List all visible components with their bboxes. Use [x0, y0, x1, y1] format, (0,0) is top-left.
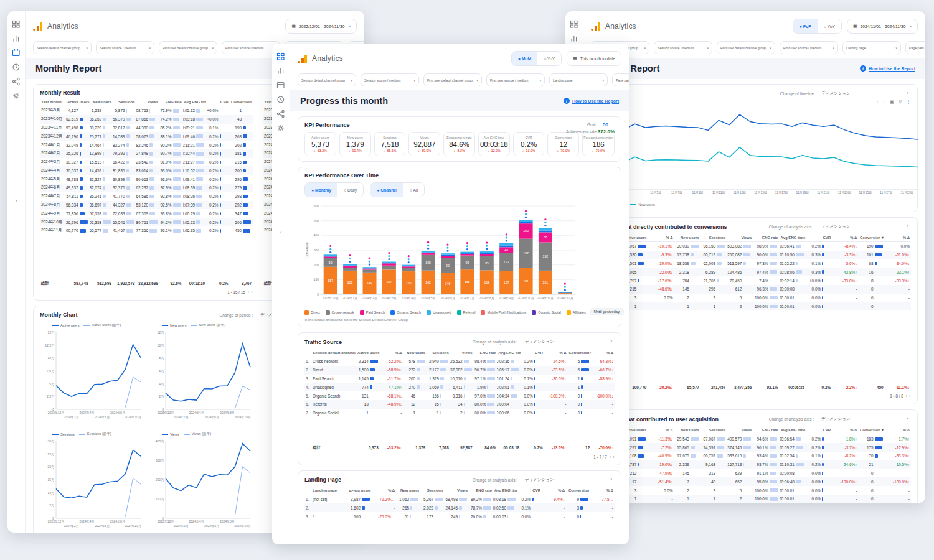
- table-row[interactable]: Affiliates1-112100.0%00:00:010.0%-0-: [598, 495, 911, 503]
- table-row[interactable]: Organic Search3,787-19.0%↓2,3399,168167,…: [598, 460, 911, 469]
- dashboard-icon[interactable]: [570, 20, 578, 29]
- bar-chart-icon[interactable]: [570, 34, 578, 43]
- toggle-option[interactable]: ○ YoY: [537, 52, 561, 65]
- table-row[interactable]: Organic Search3,065-22.0%↓2,3186,289124,…: [598, 268, 911, 276]
- table-row[interactable]: 2024年2月25,22612,89979,3921,427,84890.7%0…: [40, 149, 253, 158]
- table-row[interactable]: 2024年4月30,63714,45281,8351,583,61493.0%0…: [40, 166, 253, 175]
- table-row[interactable]: 3.Paid Search1,145-61.7%↓2001,32910,5109…: [304, 375, 615, 383]
- filter-chip[interactable]: Session source / medium▾: [96, 41, 154, 54]
- clock-icon[interactable]: [276, 95, 285, 104]
- table-row[interactable]: Paid Search29,108-40.9%↓17,67566,752533,…: [598, 452, 911, 460]
- filter-chip[interactable]: First user source / medium▾: [486, 73, 545, 86]
- kebab-menu-icon[interactable]: ⋮: [907, 99, 912, 105]
- table-row[interactable]: Direct24,530-9.3%↓13,73860,7191,260,0829…: [598, 251, 911, 259]
- share-icon[interactable]: [276, 110, 285, 118]
- table-row[interactable]: Referral17-51.4%↓74865295.8%00:06:480.0%…: [598, 477, 911, 486]
- table-row[interactable]: 2.Direct1,500-58.9%↓2722,17737,08296.7%0…: [304, 366, 615, 375]
- filter-chip[interactable]: First user source / medium▾: [222, 41, 280, 54]
- arrow-up-icon[interactable]: ↑: [876, 99, 879, 105]
- nav-rail[interactable]: ›: [272, 44, 290, 544]
- calendar-icon[interactable]: [12, 49, 21, 57]
- table-row[interactable]: 2024年6月49,33732,074132,3762,162,23292.9%…: [40, 184, 253, 192]
- filter-chip[interactable]: Page path and screen class▾: [905, 41, 925, 54]
- gear-icon[interactable]: [276, 124, 285, 133]
- dimension-select[interactable]: ディメンション▾: [522, 476, 615, 484]
- table-row[interactable]: 2023年11月53,49830,220132,8172,344,38085.2…: [40, 124, 253, 133]
- table-row[interactable]: 2024年11月100,77065,577241,4573,477,35692.…: [40, 226, 253, 235]
- clock-icon[interactable]: [12, 63, 21, 72]
- table-row[interactable]: Paid Search31,501-39.0%↓18,55962,003513,…: [598, 259, 911, 268]
- gear-icon[interactable]: [12, 91, 21, 100]
- pagination[interactable]: 1 - 7 / 7 ‹ ›: [304, 454, 615, 460]
- table-row[interactable]: 4.Unassigned77447.1%↑2701,0696,4111.9%00…: [304, 383, 615, 391]
- dimension-select[interactable]: ディメンション▾: [819, 223, 911, 231]
- table-row[interactable]: 2024年10月126,296102,358265,5463,880,75194…: [40, 218, 253, 226]
- filter-chip[interactable]: Page path and screen class▾: [612, 73, 629, 86]
- table-row[interactable]: 6.Referral13-48.9%↓12153480.0%00:00:040.…: [304, 400, 615, 409]
- toggle-option[interactable]: ● PoP: [793, 19, 818, 33]
- date-range-picker[interactable]: ▦2024/11/01 - 2024/11/30▾: [847, 19, 918, 34]
- table-row[interactable]: Unassigned212-47.9%↓14531362991.1%00:00:…: [598, 469, 911, 478]
- table-row[interactable]: Referral215-48.6%↓14529661296.3%00:00:08…: [598, 285, 911, 294]
- table-row[interactable]: Cross-network38,091-11.3%↓29,54387,0671,…: [598, 434, 911, 443]
- table-row[interactable]: 5.Organic Search131-68.1%↓461663,31697.0…: [304, 391, 615, 400]
- dashboard-icon[interactable]: [276, 52, 285, 61]
- pagination[interactable]: 1 - 15 / 15 ‹ ›: [40, 289, 253, 295]
- filter-chip[interactable]: First user source / medium▾: [780, 41, 838, 54]
- share-icon[interactable]: [12, 77, 21, 86]
- table-row[interactable]: 2.1,602-2652,02224,14578.7%00:02:500.1%-…: [304, 503, 615, 512]
- toggle-option[interactable]: ● Channel: [370, 183, 403, 197]
- table-row[interactable]: Affiliates1-112100.0%00:00:010.0%-0-: [598, 302, 911, 310]
- table-row[interactable]: 2024年3月30,92715,51386,4221,723,54291.0%0…: [40, 158, 253, 167]
- table-row[interactable]: Organic Social30.0%235100.0%00:00:010.0%…: [598, 486, 911, 495]
- table-row[interactable]: 2024年5月48,78832,327130,8992,290,66393.6%…: [40, 175, 253, 184]
- table-row[interactable]: 2024年7月54,81136,241141,7702,264,58692.8%…: [40, 192, 253, 201]
- table-row[interactable]: Cross-network42,067-10.1%↓30,03096,1581,…: [598, 242, 911, 251]
- filter-chip[interactable]: Session source / medium▾: [654, 41, 712, 54]
- table-row[interactable]: 2024年9月77,85657,153172,6332,667,36993.8%…: [40, 209, 253, 218]
- date-range-picker[interactable]: ▦2022/12/01 - 2024/11/30▾: [285, 19, 357, 34]
- table-row[interactable]: 1.Cross-network2,314-52.2%↓5782,94025,53…: [304, 357, 615, 366]
- table-row[interactable]: 2024年8月56,83436,697144,3272,253,12092.5%…: [40, 201, 253, 210]
- filter-chip[interactable]: First user default channel group▾: [423, 73, 482, 86]
- table-row[interactable]: 7.Organic Social1-112100.0%00:00:060.0%-…: [304, 409, 615, 418]
- filter-chip[interactable]: Landing page▾: [842, 41, 901, 54]
- table-row[interactable]: 2023年12月46,29025,271114,5892,058,67388.1…: [40, 132, 253, 141]
- nav-rail[interactable]: ›: [7, 11, 26, 533]
- dimension-select[interactable]: ディメンション▾: [819, 415, 911, 423]
- how-to-use-link[interactable]: iHow to Use the Report: [860, 65, 915, 72]
- toggle-option[interactable]: ○ Daily: [337, 183, 363, 197]
- toggle-option[interactable]: ● MoM: [512, 52, 537, 65]
- table-row[interactable]: 2023年9月4,1271,2395,872108,75372.9%00:05:…: [40, 106, 253, 115]
- filter-icon[interactable]: ▽: [899, 99, 902, 105]
- collapse-rail-chevron[interactable]: ›: [272, 229, 290, 235]
- dashboard-icon[interactable]: [12, 20, 21, 29]
- date-range-picker[interactable]: ▦This month to date: [567, 51, 621, 66]
- table-row[interactable]: Unassigned7,797-17.6%↓78421,70670,4507.4…: [598, 276, 911, 285]
- table-row[interactable]: Organic Social30.0%235100.0%00:00:010.0%…: [598, 294, 911, 302]
- toggle-option[interactable]: ● Monthly: [305, 183, 337, 197]
- how-to-use-link[interactable]: iHow to Use the Report: [564, 98, 619, 104]
- toggle-option[interactable]: ○ YoY: [818, 19, 841, 33]
- table-row[interactable]: 2024年1月32,04914,46483,2741,582,24690.3%0…: [40, 141, 253, 149]
- table-row[interactable]: 1.(not set)3,987-72.2%…1,0635,36768,4938…: [304, 495, 615, 503]
- toggle-option[interactable]: ○ All: [403, 183, 424, 197]
- arrow-down-icon[interactable]: ↓: [883, 99, 885, 105]
- dimension-select[interactable]: ディメンション▾: [819, 90, 911, 98]
- table-row[interactable]: Direct23,297-7.2%↓15,86574,3911,374,1459…: [598, 443, 911, 452]
- goal-value[interactable]: 50: [597, 122, 615, 128]
- filter-chip[interactable]: Session source / medium▾: [361, 73, 419, 86]
- bar-chart-icon[interactable]: [12, 34, 21, 43]
- filter-chip[interactable]: Session default channel group▾: [298, 73, 356, 86]
- pagination[interactable]: 1 - 8 / 8 ‹ ›: [598, 393, 911, 399]
- filter-chip[interactable]: Landing page▾: [549, 73, 608, 86]
- table-row[interactable]: 2023年10月62,61936,252156,3792,687,86674.2…: [40, 115, 253, 124]
- bar-chart-icon[interactable]: [276, 67, 285, 75]
- export-icon[interactable]: ▣: [890, 99, 894, 105]
- filter-chip[interactable]: First user default channel group▾: [717, 41, 775, 54]
- calendar-icon[interactable]: [276, 81, 285, 90]
- filter-chip[interactable]: Session default channel group▾: [33, 41, 92, 54]
- dimension-select[interactable]: ディメンション▾: [522, 338, 615, 346]
- filter-chip[interactable]: First user default channel group▾: [159, 41, 217, 54]
- collapse-rail-chevron[interactable]: ›: [7, 198, 25, 203]
